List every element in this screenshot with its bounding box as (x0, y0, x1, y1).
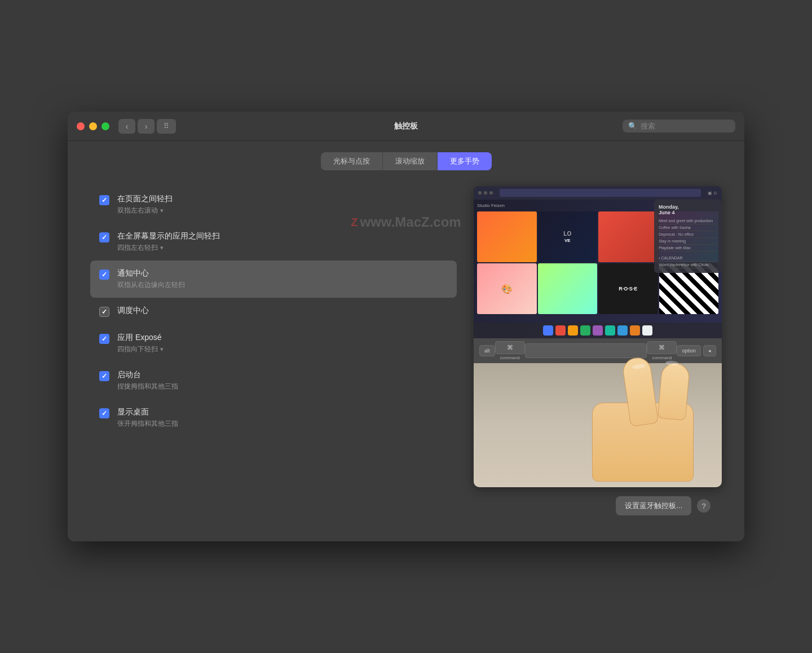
browser-preview: ▣ ⊙ Studio Feizen LO (474, 186, 722, 338)
trackpad-section (474, 363, 722, 487)
bluetooth-button[interactable]: 设置蓝牙触控板... (616, 496, 691, 515)
notif-date: Monday,June 4 (659, 204, 717, 215)
setting-text-swipe-pages: 在页面之间轻扫 双指左右滚动 ▾ (117, 194, 173, 215)
key-right-command-group: ⌘ command (647, 341, 677, 360)
checkbox-notification-center[interactable] (99, 270, 109, 280)
notif-item-1: Meet and greet with production (659, 218, 717, 224)
checkbox-app-expose[interactable] (99, 334, 109, 344)
notif-item-3: Deprecat - No office (659, 231, 717, 238)
checkbox-swipe-fullscreen[interactable] (99, 232, 109, 242)
browser-bar: ▣ ⊙ (474, 186, 722, 200)
checkbox-show-desktop[interactable] (99, 408, 109, 418)
setting-swipe-fullscreen[interactable]: 在全屏幕显示的应用之间轻扫 四指左右轻扫 ▾ (90, 223, 457, 261)
search-input[interactable] (641, 122, 730, 130)
tab-cursor[interactable]: 光标与点按 (321, 152, 383, 170)
browser-dot-3 (489, 191, 493, 195)
right-panel: ▣ ⊙ Studio Feizen LO (474, 186, 722, 487)
spacebar (525, 343, 647, 358)
content-area: 光标与点按 滚动缩放 更多手势 在页面之间轻扫 双指左右滚动 ▾ (68, 141, 744, 541)
hand-illustration (581, 369, 705, 482)
nav-buttons: ‹ › (118, 119, 155, 134)
key-right-alt-group: option (677, 345, 701, 356)
left-panel: 在页面之间轻扫 双指左右滚动 ▾ 在全屏幕显示的应用之间轻扫 四指左右轻扫 (90, 186, 457, 436)
search-icon: 🔍 (628, 122, 637, 130)
setting-text-swipe-fullscreen: 在全屏幕显示的应用之间轻扫 四指左右轻扫 ▾ (117, 231, 220, 253)
setting-swipe-pages[interactable]: 在页面之间轻扫 双指左右滚动 ▾ (90, 186, 457, 223)
key-left-command-group: ⌘ command (495, 341, 525, 360)
settings-window: ‹ › ⠿ 触控板 🔍 光标与点按 滚动缩放 更多手势 在页面之间轻扫 (68, 112, 744, 541)
setting-show-desktop[interactable]: 显示桌面 张开拇指和其他三指 (90, 399, 457, 436)
dropdown-arrow-0[interactable]: ▾ (160, 207, 164, 214)
notif-video: Video conference with Olivia (659, 262, 717, 268)
preview-container: ▣ ⊙ Studio Feizen LO (474, 186, 722, 487)
dock (474, 323, 722, 338)
setting-subtitle-notification-center: 双指从右边缘向左轻扫 (117, 280, 185, 290)
help-button[interactable]: ? (697, 499, 710, 513)
search-box[interactable]: 🔍 (623, 120, 735, 133)
setting-title-swipe-pages: 在页面之间轻扫 (117, 194, 173, 204)
checkbox-launchpad[interactable] (99, 371, 109, 381)
setting-title-swipe-fullscreen: 在全屏幕显示的应用之间轻扫 (117, 231, 220, 241)
setting-subtitle-swipe-pages: 双指左右滚动 ▾ (117, 206, 173, 215)
dropdown-arrow-1[interactable]: ▾ (160, 244, 164, 252)
bottom-bar: 设置蓝牙触控板... ? (90, 487, 722, 524)
setting-control-center[interactable]: 调度中心 (90, 298, 457, 325)
keyboard-bar: alt ⌘ command ⌘ (474, 338, 722, 363)
notif-item-4: Stay in meeting (659, 238, 717, 245)
finger-2 (657, 362, 691, 421)
gallery-item-2: LO VE (538, 211, 598, 262)
gallery-item-3 (598, 211, 658, 262)
setting-subtitle-app-expose: 四指向下轻扫 ▾ (117, 345, 164, 354)
titlebar: ‹ › ⠿ 触控板 🔍 (68, 112, 744, 141)
checkbox-control-center[interactable] (99, 307, 109, 317)
grid-button[interactable]: ⠿ (157, 119, 176, 134)
browser-dot-1 (478, 191, 482, 195)
setting-subtitle-swipe-fullscreen: 四指左右轻扫 ▾ (117, 243, 220, 253)
setting-text-control-center: 调度中心 (117, 306, 149, 316)
maximize-button[interactable] (102, 122, 109, 130)
back-button[interactable]: ‹ (118, 119, 135, 134)
setting-notification-center[interactable]: 通知中心 双指从右边缘向左轻扫 (90, 261, 457, 298)
key-arrow: ◂ (703, 345, 716, 356)
setting-app-expose[interactable]: 应用 Exposé 四指向下轻扫 ▾ (90, 325, 457, 362)
key-left-command-label: command (500, 355, 519, 360)
dock-icon-4 (580, 325, 590, 336)
dock-icon-3 (568, 325, 578, 336)
minimize-button[interactable] (89, 122, 97, 130)
key-left-command: ⌘ (495, 341, 525, 354)
forward-button[interactable]: › (138, 119, 155, 134)
browser-extra: ▣ ⊙ (708, 191, 717, 196)
key-right-command: ⌘ (647, 341, 677, 354)
notif-item-5: Playdate with Max (659, 245, 717, 252)
setting-subtitle-launchpad: 捏拢拇指和其他三指 (117, 382, 178, 391)
setting-title-show-desktop: 显示桌面 (117, 407, 178, 417)
key-left-alt-group: alt (479, 345, 495, 356)
tab-gestures[interactable]: 更多手势 (438, 152, 492, 170)
dock-icon-9 (642, 325, 652, 336)
traffic-lights (77, 122, 109, 130)
notif-calendar: • CALENDAR (659, 255, 717, 262)
browser-dot-2 (484, 191, 487, 195)
setting-subtitle-show-desktop: 张开拇指和其他三指 (117, 419, 178, 429)
gallery-item-7: R·O·S·E (598, 263, 658, 314)
main-content: 在页面之间轻扫 双指左右滚动 ▾ 在全屏幕显示的应用之间轻扫 四指左右轻扫 (90, 186, 722, 487)
browser-content: Studio Feizen LO VE (474, 200, 722, 338)
dock-icon-6 (605, 325, 615, 336)
dock-icon-7 (617, 325, 628, 336)
setting-title-app-expose: 应用 Exposé (117, 333, 164, 343)
tabs-row: 光标与点按 滚动缩放 更多手势 (90, 152, 722, 170)
dock-icon-2 (555, 325, 566, 336)
gallery-item-6 (538, 263, 598, 314)
browser-url-bar (500, 189, 701, 197)
notif-item-2: Coffee with Sasha (659, 224, 717, 231)
setting-text-show-desktop: 显示桌面 张开拇指和其他三指 (117, 407, 178, 429)
key-arrow-group: ◂ (703, 345, 716, 356)
checkbox-swipe-pages[interactable] (99, 195, 109, 205)
notification-panel: Monday,June 4 Meet and greet with produc… (654, 200, 722, 273)
tab-scroll[interactable]: 滚动缩放 (383, 152, 438, 170)
dropdown-arrow-4[interactable]: ▾ (160, 346, 164, 353)
gallery-item-5: 🎨 (477, 263, 537, 314)
close-button[interactable] (77, 122, 85, 130)
dock-icon-5 (593, 325, 603, 336)
setting-launchpad[interactable]: 启动台 捏拢拇指和其他三指 (90, 362, 457, 399)
